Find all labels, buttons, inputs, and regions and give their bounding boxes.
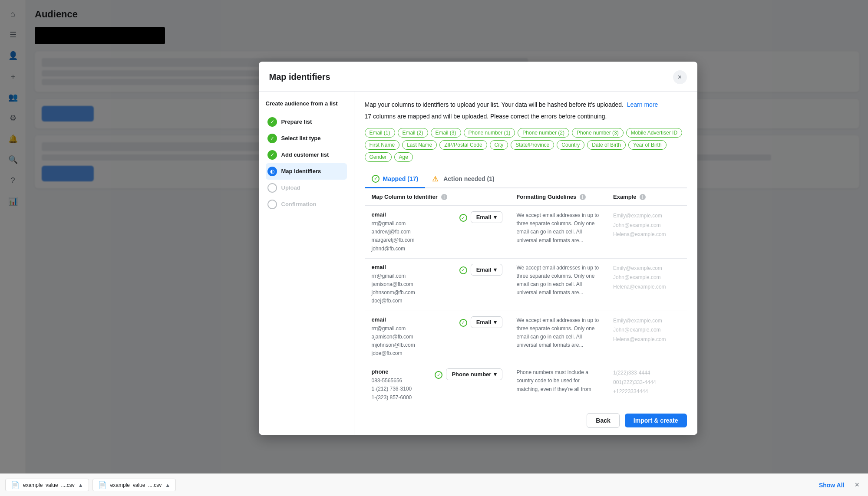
row4-identifier-cell: phone 083-55656561-(212) 736-31001-(323)… bbox=[372, 368, 503, 402]
row2-example-text: Emily@example.comJohn@example.comHelena@… bbox=[613, 264, 680, 292]
step-current-icon-4: ◐ bbox=[267, 167, 277, 176]
row4-example-text: 1(222)333-4444001(222)333-4444+122233344… bbox=[613, 368, 680, 397]
tab-action-needed[interactable]: ⚠ Action needed (1) bbox=[425, 171, 501, 188]
row1-identifier-cell: email rrr@gmail.comandrewj@fb.commargare… bbox=[372, 211, 503, 253]
step-select-list-type[interactable]: ✓ Select list type bbox=[266, 130, 347, 147]
modal-title: Map identifiers bbox=[269, 72, 330, 82]
row3-identifier-dropdown[interactable]: Email ▾ bbox=[471, 316, 503, 328]
tab-warn-icon: ⚠ bbox=[432, 175, 440, 183]
close-bar-button[interactable]: × bbox=[851, 479, 863, 491]
row3-example-text: Emily@example.comJohn@example.comHelena@… bbox=[613, 316, 680, 345]
tag-9: ZIP/Postal Code bbox=[439, 140, 487, 150]
table-row: email rrr@gmail.comjamisona@fb.comjohnso… bbox=[365, 258, 687, 311]
tag-10: City bbox=[490, 140, 508, 150]
step-pending-icon-6 bbox=[267, 200, 277, 209]
row1-guidelines: We accept email addresses in up to three… bbox=[509, 206, 606, 258]
row1-dropdown-chevron: ▾ bbox=[494, 214, 497, 220]
step-map-identifiers[interactable]: ◐ Map identifiers bbox=[266, 163, 347, 180]
guidelines-info-icon[interactable]: i bbox=[580, 194, 586, 200]
modal-header: Map identifiers × bbox=[259, 62, 697, 92]
row1-check-icon: ✓ bbox=[459, 214, 467, 222]
step-label-6: Confirmation bbox=[281, 201, 317, 207]
row2-guidelines: We accept email addresses in up to three… bbox=[509, 258, 606, 311]
row2-col-values: rrr@gmail.comjamisona@fb.comjohnsonm@fb.… bbox=[372, 272, 456, 305]
row4-col-values: 083-55656561-(212) 736-31001-(323) 857-6… bbox=[372, 377, 432, 402]
row1-identifier-dropdown[interactable]: Email ▾ bbox=[471, 211, 503, 223]
row1-col-values: rrr@gmail.comandrewj@fb.commargaretj@fb.… bbox=[372, 220, 456, 253]
import-create-button[interactable]: Import & create bbox=[625, 414, 687, 427]
row1-col-name: email bbox=[372, 211, 456, 218]
row4-example: 1(222)333-4444001(222)333-4444+122233344… bbox=[606, 363, 687, 406]
table-row: email rrr@gmail.comandrewj@fb.commargare… bbox=[365, 206, 687, 258]
row2-col-identifier: email rrr@gmail.comjamisona@fb.comjohnso… bbox=[365, 258, 510, 311]
content-tabs: ✓ Mapped (17) ⚠ Action needed (1) bbox=[365, 171, 687, 188]
row2-check-icon: ✓ bbox=[459, 266, 467, 274]
row3-dropdown-chevron: ▾ bbox=[494, 319, 497, 325]
download-item-2[interactable]: 📄 example_value_....csv ▲ bbox=[92, 479, 176, 491]
bottom-bar: 📄 example_value_....csv ▲ 📄 example_valu… bbox=[0, 473, 868, 496]
identifier-info-icon[interactable]: i bbox=[441, 194, 447, 200]
tag-5: Phone number (3) bbox=[572, 128, 624, 138]
count-message: 17 columns are mapped and will be upload… bbox=[365, 112, 687, 121]
row3-col-name: email bbox=[372, 316, 456, 323]
tag-13: Date of Birth bbox=[587, 140, 626, 150]
tab-mapped[interactable]: ✓ Mapped (17) bbox=[365, 171, 426, 188]
step-label-2: Select list type bbox=[281, 135, 321, 141]
row3-example: Emily@example.comJohn@example.comHelena@… bbox=[606, 311, 687, 363]
step-done-icon-3: ✓ bbox=[267, 150, 277, 160]
row2-guidelines-text: We accept email addresses in up to three… bbox=[516, 264, 599, 297]
step-confirmation[interactable]: Confirmation bbox=[266, 196, 347, 213]
step-prepare-list[interactable]: ✓ Prepare list bbox=[266, 114, 347, 130]
row4-identifier-dropdown[interactable]: Phone number ▾ bbox=[446, 368, 502, 380]
step-done-icon-1: ✓ bbox=[267, 117, 277, 127]
step-add-customer-list[interactable]: ✓ Add customer list bbox=[266, 147, 347, 163]
step-label-1: Prepare list bbox=[281, 118, 312, 125]
tag-1: Email (2) bbox=[398, 128, 428, 138]
modal-body: Create audience from a list ✓ Prepare li… bbox=[259, 92, 697, 435]
tag-11: State/Province bbox=[511, 140, 554, 150]
row3-guidelines: We accept email addresses in up to three… bbox=[509, 311, 606, 363]
row3-col-identifier: email rrr@gmail.comajamison@fb.commjohns… bbox=[365, 311, 510, 363]
row2-col-name: email bbox=[372, 264, 456, 270]
row4-guidelines: Phone numbers must include a country cod… bbox=[509, 363, 606, 406]
row1-guidelines-text: We accept email addresses in up to three… bbox=[516, 211, 599, 245]
row2-identifier-dropdown[interactable]: Email ▾ bbox=[471, 264, 503, 276]
description-text: Map your columns to identifiers to uploa… bbox=[365, 100, 687, 109]
row3-col-values: rrr@gmail.comajamison@fb.commjohnson@fb.… bbox=[372, 325, 456, 358]
row1-example-text: Emily@example.comJohn@example.comHelena@… bbox=[613, 211, 680, 240]
download-item-1[interactable]: 📄 example_value_....csv ▲ bbox=[5, 479, 89, 491]
identifier-tags: Email (1) Email (2) Email (3) Phone numb… bbox=[365, 128, 687, 162]
row1-example: Emily@example.comJohn@example.comHelena@… bbox=[606, 206, 687, 258]
row2-identifier-cell: email rrr@gmail.comjamisona@fb.comjohnso… bbox=[372, 264, 503, 305]
tag-16: Age bbox=[394, 152, 413, 162]
map-table: Map Column to Identifier i Formatting Gu… bbox=[365, 188, 687, 406]
learn-more-link[interactable]: Learn more bbox=[627, 101, 658, 108]
tag-0: Email (1) bbox=[365, 128, 395, 138]
chevron-up-icon-2: ▲ bbox=[165, 482, 170, 488]
download-name-1: example_value_....csv bbox=[23, 482, 75, 488]
row1-col-identifier: email rrr@gmail.comandrewj@fb.commargare… bbox=[365, 206, 510, 258]
tag-2: Email (3) bbox=[431, 128, 461, 138]
file-icon-1: 📄 bbox=[11, 481, 20, 489]
row3-guidelines-text: We accept email addresses in up to three… bbox=[516, 316, 599, 350]
tag-7: First Name bbox=[365, 140, 400, 150]
row4-guidelines-text: Phone numbers must include a country cod… bbox=[516, 368, 599, 394]
tag-15: Gender bbox=[365, 152, 392, 162]
row2-example: Emily@example.comJohn@example.comHelena@… bbox=[606, 258, 687, 311]
row4-col-identifier: phone 083-55656561-(212) 736-31001-(323)… bbox=[365, 363, 510, 406]
step-label-3: Add customer list bbox=[281, 151, 329, 158]
modal-close-button[interactable]: × bbox=[673, 70, 687, 84]
steps-panel-title: Create audience from a list bbox=[266, 100, 347, 107]
tag-14: Year of Birth bbox=[628, 140, 667, 150]
steps-panel: Create audience from a list ✓ Prepare li… bbox=[259, 92, 354, 435]
download-name-2: example_value_....csv bbox=[110, 482, 162, 488]
tag-12: Country bbox=[557, 140, 584, 150]
col-header-identifier: Map Column to Identifier i bbox=[365, 188, 510, 206]
step-upload[interactable]: Upload bbox=[266, 180, 347, 196]
show-all-button[interactable]: Show All bbox=[815, 480, 848, 490]
modal-footer: Back Import & create bbox=[354, 406, 697, 435]
example-info-icon[interactable]: i bbox=[640, 194, 646, 200]
table-row: phone 083-55656561-(212) 736-31001-(323)… bbox=[365, 363, 687, 406]
content-panel: Map your columns to identifiers to uploa… bbox=[354, 92, 697, 435]
back-button[interactable]: Back bbox=[587, 413, 619, 428]
